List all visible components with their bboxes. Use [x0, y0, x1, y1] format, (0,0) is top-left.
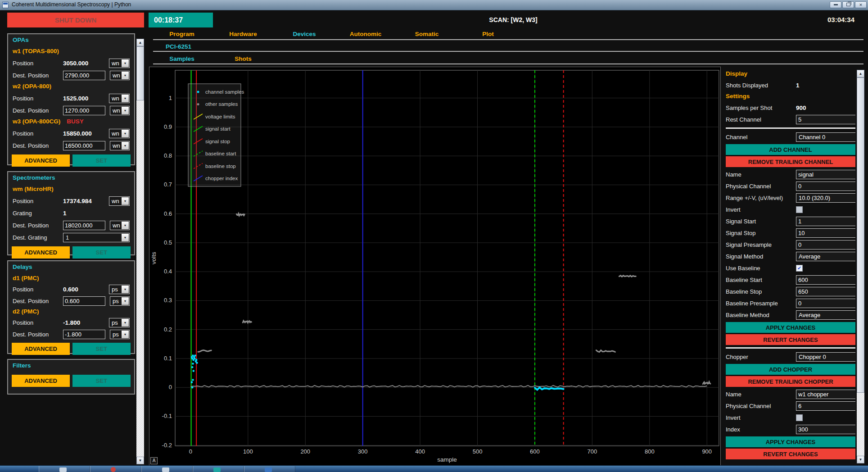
baseline-start-input[interactable]: [796, 275, 855, 285]
settings-scrollbar[interactable]: ▲ ▼: [857, 70, 864, 463]
chopper-name-input[interactable]: [796, 390, 855, 399]
scroll-up-icon[interactable]: ▲: [136, 39, 144, 46]
app-icon: [59, 467, 67, 472]
d1-dest-units-select[interactable]: ps▼: [110, 296, 130, 306]
signal-stop-input[interactable]: [796, 228, 855, 238]
content-scrollbar[interactable]: ▲ ▼: [136, 39, 144, 464]
tab-devices[interactable]: Devices: [274, 31, 335, 37]
add-channel-button[interactable]: ADD CHANNEL: [726, 144, 855, 155]
delays-advanced-button[interactable]: ADVANCED: [12, 343, 70, 355]
w3-position-units-select[interactable]: wn▼: [109, 129, 130, 138]
scroll-up-icon[interactable]: ▲: [857, 70, 864, 77]
baseline-presample-input[interactable]: [796, 299, 855, 308]
taskbar-button-2[interactable]: [90, 466, 141, 472]
tab-pci6251[interactable]: PCI-6251: [166, 43, 191, 50]
chevron-down-icon: ▼: [122, 331, 129, 338]
restore-icon[interactable]: [842, 1, 854, 8]
w1-dest-units-select[interactable]: wn▼: [110, 71, 130, 80]
range-select[interactable]: 10.0 (320.0)▼: [796, 193, 855, 203]
display-heading: Display: [726, 68, 855, 79]
taskbar-button-3[interactable]: [141, 466, 193, 472]
w2-position-value: 1525.000: [63, 95, 104, 102]
tab-plot[interactable]: Plot: [457, 31, 519, 37]
wm-position-units-select[interactable]: wn▼: [109, 196, 130, 206]
wm-dest-units-select[interactable]: wn▼: [110, 221, 130, 230]
svg-text:channel samples: channel samples: [205, 89, 244, 95]
tab-program[interactable]: Program: [151, 31, 212, 37]
svg-text:chopper index: chopper index: [205, 176, 238, 181]
w2-dest-units-select[interactable]: wn▼: [110, 106, 130, 115]
wm-grating-value: 1: [63, 210, 104, 217]
w1-dest-input[interactable]: [63, 71, 105, 80]
signal-presample-input[interactable]: [796, 240, 855, 250]
close-icon[interactable]: ✕: [855, 1, 867, 8]
chopper-physical-channel-input[interactable]: [796, 401, 855, 411]
d2-dest-units-select[interactable]: ps▼: [110, 330, 130, 339]
shots-displayed-value: 1: [796, 82, 800, 89]
plot-autorange-button[interactable]: A: [150, 457, 158, 464]
taskbar-button-1[interactable]: [39, 466, 90, 472]
revert-changes-button[interactable]: REVERT CHANGES: [726, 334, 855, 345]
svg-text:-0.1: -0.1: [162, 413, 172, 419]
taskbar-button-4[interactable]: [193, 466, 244, 472]
app-icon: [111, 467, 116, 472]
plot-canvas[interactable]: 10.90.80.70.60.50.40.30.20.10-0.1-0.2010…: [149, 67, 720, 465]
baseline-method-select[interactable]: Average▼: [796, 310, 855, 320]
remove-trailing-channel-button[interactable]: REMOVE TRAILING CHANNEL: [726, 156, 855, 167]
tab-hardware[interactable]: Hardware: [212, 31, 274, 37]
w3-busy-badge: BUSY: [67, 118, 84, 125]
chopper-index-input[interactable]: [796, 425, 855, 434]
opas-advanced-button[interactable]: ADVANCED: [12, 154, 70, 167]
scroll-down-icon[interactable]: ▼: [857, 456, 864, 463]
signal-method-select[interactable]: Average▼: [796, 252, 855, 261]
spectrometers-advanced-button[interactable]: ADVANCED: [12, 246, 70, 259]
signal-start-input[interactable]: [796, 217, 855, 226]
svg-text:baseline stop: baseline stop: [205, 163, 236, 169]
tab-autonomic[interactable]: Autonomic: [335, 31, 396, 37]
wm-dest-grating-select[interactable]: 1▼: [63, 233, 130, 242]
chopper-invert-checkbox[interactable]: ✔: [796, 414, 803, 421]
svg-text:0.8: 0.8: [164, 152, 172, 159]
samples-plot[interactable]: 10.90.80.70.60.50.40.30.20.10-0.1-0.2010…: [149, 67, 721, 466]
w3-dest-units-select[interactable]: wn▼: [110, 141, 130, 150]
d2-position-units-select[interactable]: ps▼: [109, 318, 130, 327]
filters-set-button[interactable]: SET: [72, 375, 131, 387]
w2-position-units-select[interactable]: wn▼: [109, 94, 130, 103]
d1-position-units-select[interactable]: ps▼: [109, 285, 130, 294]
invert-checkbox[interactable]: ✔: [796, 206, 803, 213]
channel-select[interactable]: Channel 0▼: [796, 132, 855, 142]
physical-channel-input[interactable]: [796, 182, 855, 191]
use-baseline-checkbox[interactable]: ✔: [796, 265, 803, 272]
scrollbar-thumb[interactable]: [136, 46, 144, 100]
chopper-revert-changes-button[interactable]: REVERT CHANGES: [726, 449, 855, 459]
chopper-apply-changes-button[interactable]: APPLY CHANGES: [726, 436, 855, 447]
w1-position-units-select[interactable]: wn▼: [109, 59, 130, 68]
shutdown-button[interactable]: SHUT DOWN: [7, 13, 144, 27]
tab-shots[interactable]: Shots: [212, 55, 274, 62]
chevron-down-icon: ▼: [122, 286, 129, 293]
tab-somatic[interactable]: Somatic: [396, 31, 457, 37]
baseline-presample-row: Baseline Presample: [726, 297, 855, 309]
spectrometers-set-button[interactable]: SET: [72, 246, 131, 259]
chopper-select[interactable]: Chopper 0▼: [796, 352, 855, 362]
wm-dest-input[interactable]: [63, 221, 105, 230]
rest-channel-input[interactable]: [796, 115, 855, 124]
tab-samples[interactable]: Samples: [151, 55, 212, 62]
opas-set-button[interactable]: SET: [72, 154, 131, 167]
taskbar-button-5[interactable]: [244, 466, 295, 472]
divider: [726, 127, 855, 129]
scrollbar-thumb[interactable]: [857, 77, 864, 393]
channel-name-input[interactable]: [796, 170, 855, 179]
remove-trailing-chopper-button[interactable]: REMOVE TRAILING CHOPPER: [726, 376, 855, 387]
d1-dest-input[interactable]: [63, 296, 105, 306]
add-chopper-button[interactable]: ADD CHOPPER: [726, 364, 855, 375]
apply-changes-button[interactable]: APPLY CHANGES: [726, 322, 855, 333]
scroll-down-icon[interactable]: ▼: [136, 457, 144, 464]
baseline-stop-input[interactable]: [796, 287, 855, 296]
d2-dest-input[interactable]: [63, 330, 105, 339]
filters-advanced-button[interactable]: ADVANCED: [12, 375, 70, 387]
minimize-icon[interactable]: [830, 1, 841, 8]
w3-dest-input[interactable]: [63, 141, 105, 150]
w2-dest-input[interactable]: [63, 106, 105, 115]
delays-set-button[interactable]: SET: [72, 343, 131, 355]
